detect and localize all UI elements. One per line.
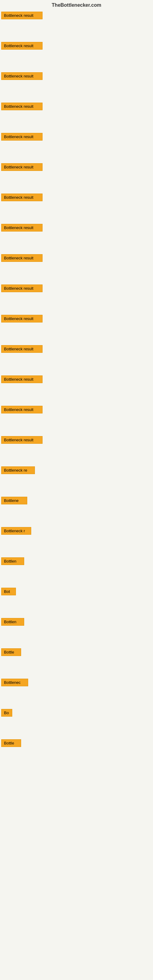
bottleneck-result-badge[interactable]: Bottleneck result	[1, 42, 43, 49]
bottleneck-result-badge[interactable]: Bottle	[1, 739, 21, 747]
bottleneck-result-badge[interactable]: Bottleneck result	[1, 254, 43, 262]
list-item: Bottlen	[1, 618, 152, 627]
bottleneck-result-badge[interactable]: Bottleneck result	[1, 12, 43, 19]
list-item: Bottleneck result	[1, 224, 152, 233]
list-item: Bottlene	[1, 497, 152, 506]
list-item: Bottleneck result	[1, 42, 152, 51]
list-item: Bottleneck result	[1, 345, 152, 354]
list-item: Bottleneck result	[1, 163, 152, 172]
list-item: Bottleneck result	[1, 72, 152, 81]
bottleneck-result-badge[interactable]: Bottleneck result	[1, 194, 43, 201]
bottleneck-result-badge[interactable]: Bottleneck result	[1, 406, 43, 414]
list-item: Bottleneck result	[1, 133, 152, 142]
bottleneck-result-badge[interactable]: Bottleneck result	[1, 375, 43, 383]
bottleneck-result-badge[interactable]: Bottleneck result	[1, 224, 43, 232]
list-item: Bottleneck r	[1, 527, 152, 536]
bottleneck-result-badge[interactable]: Bo	[1, 709, 12, 717]
bottleneck-result-badge[interactable]: Bottleneck result	[1, 315, 43, 323]
list-item: Bottlen	[1, 557, 152, 566]
list-item: Bottlenec	[1, 679, 152, 687]
list-item: Bottleneck result	[1, 285, 152, 293]
list-item: Bottleneck result	[1, 375, 152, 384]
bottleneck-result-badge[interactable]: Bottlenec	[1, 679, 28, 686]
bottleneck-result-badge[interactable]: Bottleneck result	[1, 436, 43, 444]
site-title: TheBottlenecker.com	[52, 2, 101, 8]
bottleneck-result-badge[interactable]: Bottleneck result	[1, 285, 43, 292]
bottleneck-result-badge[interactable]: Bottleneck r	[1, 527, 31, 535]
list-item: Bottleneck result	[1, 12, 152, 21]
list-item: Bottleneck re	[1, 466, 152, 475]
bottleneck-result-badge[interactable]: Bottleneck re	[1, 466, 35, 474]
bottleneck-result-badge[interactable]: Bottle	[1, 648, 21, 656]
list-item: Bottleneck result	[1, 436, 152, 445]
list-item: Bo	[1, 709, 152, 718]
list-item: Bottleneck result	[1, 406, 152, 415]
bottleneck-result-badge[interactable]: Bottlene	[1, 497, 27, 504]
bottleneck-result-badge[interactable]: Bottlen	[1, 618, 24, 626]
bottleneck-result-badge[interactable]: Bottleneck result	[1, 163, 43, 171]
list-item: Bottleneck result	[1, 254, 152, 263]
list-item: Bottle	[1, 648, 152, 657]
bottleneck-result-badge[interactable]: Bottlen	[1, 557, 24, 565]
list-item: Bottle	[1, 739, 152, 748]
bottleneck-result-badge[interactable]: Bottleneck result	[1, 345, 43, 353]
bottleneck-result-badge[interactable]: Bot	[1, 588, 16, 595]
list-item: Bottleneck result	[1, 103, 152, 111]
items-container: Bottleneck resultBottleneck resultBottle…	[0, 12, 153, 748]
bottleneck-result-badge[interactable]: Bottleneck result	[1, 133, 43, 140]
site-header: TheBottlenecker.com	[0, 0, 153, 12]
bottleneck-result-badge[interactable]: Bottleneck result	[1, 72, 43, 80]
list-item: Bottleneck result	[1, 194, 152, 202]
list-item: Bot	[1, 588, 152, 597]
list-item: Bottleneck result	[1, 315, 152, 324]
bottleneck-result-badge[interactable]: Bottleneck result	[1, 103, 43, 110]
